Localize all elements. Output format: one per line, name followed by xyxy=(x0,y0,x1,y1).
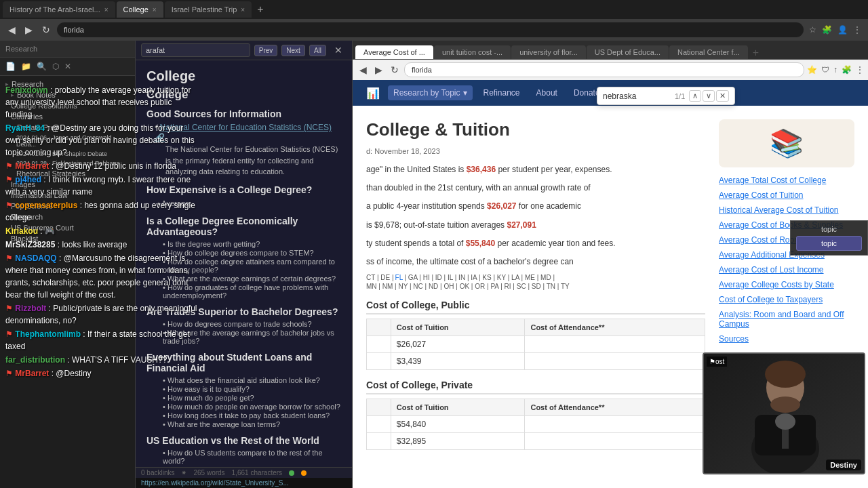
tree-debate-1[interactable]: 2024.01.06 - Jones and Greenwald Deba... xyxy=(0,133,135,149)
tabs-bar: History of The Arab-Israel... × College … xyxy=(0,0,868,19)
right-address-bar[interactable] xyxy=(404,62,804,77)
right-shield-icon[interactable]: 🛡 xyxy=(821,65,829,75)
section-title-4: Are Trades Superior to Bachelor Degrees? xyxy=(146,306,341,317)
tree-pop-science[interactable]: Pop Science xyxy=(0,201,135,211)
webcam-cost-label: ⚑ost xyxy=(707,357,727,367)
refinance-nav[interactable]: Refinance xyxy=(478,85,526,100)
search-close-button[interactable]: ✕ xyxy=(716,90,729,102)
tree-supreme-court[interactable]: US Supreme Court xyxy=(0,222,135,233)
tab-close[interactable]: × xyxy=(241,6,245,14)
svg-point-4 xyxy=(770,396,800,413)
right-reload-button[interactable]: ↻ xyxy=(388,63,401,77)
right-tab-3[interactable]: university of flor... xyxy=(511,45,586,59)
sidebar-link-8[interactable]: Average College Costs by State xyxy=(719,279,854,291)
right-ext-icon[interactable]: 🧩 xyxy=(842,65,852,75)
new-tab-button[interactable]: + xyxy=(253,3,267,16)
search-input[interactable] xyxy=(141,43,250,57)
tree-countries[interactable]: Countries xyxy=(0,111,135,122)
search-icon[interactable]: 🔍 xyxy=(35,60,48,73)
note-subtitle: College xyxy=(146,88,341,102)
tab-close[interactable]: × xyxy=(104,6,108,14)
section-title-5: Everything about Student Loans and Finan… xyxy=(146,352,341,373)
bookmark-icon[interactable]: ☆ xyxy=(808,24,818,36)
reload-button[interactable]: ↻ xyxy=(39,23,53,37)
tree-intl-law[interactable]: International Law xyxy=(0,190,135,201)
col-header-1 xyxy=(367,319,391,336)
left-panel-header: Research xyxy=(0,41,135,58)
tab-label: History of The Arab-Israel... xyxy=(9,5,100,14)
tree-book-notes[interactable]: ▸Book Notes xyxy=(0,89,135,100)
close-search-button[interactable]: ✕ xyxy=(330,43,347,57)
extensions-icon[interactable]: 🧩 xyxy=(821,24,833,36)
all-button[interactable]: All xyxy=(309,45,326,56)
sidebar-link-9[interactable]: Cost of College to Taxpayers xyxy=(719,293,854,306)
nces-link[interactable]: National Center for Education Statistics… xyxy=(155,123,332,142)
tree-debate-3[interactable]: 2024.01.28 - Finklestein and Rabbans xyxy=(0,159,135,168)
note-title: College xyxy=(146,68,341,84)
search-prev-button[interactable]: ∧ xyxy=(689,90,701,102)
graph-icon[interactable]: ⬡ xyxy=(51,60,60,73)
right-bookmark-icon[interactable]: ⭐ xyxy=(807,65,817,75)
char-count: 1,661 characters xyxy=(232,469,283,476)
prev-button[interactable]: Prev xyxy=(254,45,278,56)
sidebar-link-sources[interactable]: Sources xyxy=(719,333,854,345)
public-table-section: Cost of College, Public Cost of Tuition … xyxy=(366,300,705,370)
note-avg: • Average: xyxy=(157,198,341,209)
search-popup-input[interactable] xyxy=(603,92,671,101)
tab-college[interactable]: College × xyxy=(117,1,163,18)
web-updated: d: November 18, 2023 xyxy=(366,147,705,155)
right-tab-1[interactable]: Average Cost of ... xyxy=(355,45,433,59)
panel-title: Research xyxy=(5,45,37,53)
new-folder-icon[interactable]: 📁 xyxy=(20,60,33,73)
close-panel-icon[interactable]: ✕ xyxy=(63,60,73,73)
right-tab-4[interactable]: US Dept of Educa... xyxy=(587,45,669,59)
priv-attendance-1 xyxy=(525,416,705,433)
sub-3-2: • How do college degrees compare to STEM… xyxy=(163,249,341,257)
public-cost-table: Cost of Tuition Cost of Attendance** $26… xyxy=(366,319,705,370)
right-new-tab[interactable]: + xyxy=(749,47,763,59)
tree-images[interactable]: Images xyxy=(0,179,135,190)
note-section-2: How Expensive is a College Degree? • Ave… xyxy=(146,184,341,209)
new-file-icon[interactable]: 📄 xyxy=(4,60,17,73)
tab-israel[interactable]: Israel Palestine Trip × xyxy=(165,1,252,18)
sidebar-link-10[interactable]: Analysis: Room and Board and Off Campus xyxy=(719,308,854,330)
tab-close[interactable]: × xyxy=(153,6,157,14)
right-tab-2[interactable]: unit tuition cost -... xyxy=(434,45,511,59)
right-tab-5[interactable]: National Center f... xyxy=(669,45,748,59)
topic-button[interactable]: topic xyxy=(796,236,862,251)
tree-rhetorical[interactable]: Rhetorical Strategies xyxy=(0,168,135,179)
public-row-2: $3,439 xyxy=(367,353,705,370)
webcam-streamer-label: Destiny xyxy=(826,460,861,470)
right-share-icon[interactable]: ↑ xyxy=(833,65,837,75)
right-more-icon[interactable]: ⋮ xyxy=(856,65,864,75)
forward-button[interactable]: ▶ xyxy=(22,23,35,37)
sub-3-4: • What are the average earnings of certa… xyxy=(163,274,341,283)
tree-debate-2[interactable]: 2024.01.24 - Ben Shapiro Debate xyxy=(0,149,135,159)
sidebar-link-1[interactable]: Average Total Cost of College xyxy=(719,174,854,186)
col-header-tuition: Cost of Tuition xyxy=(391,319,525,336)
research-by-topic-btn[interactable]: Research by Topic ▾ xyxy=(388,85,473,100)
tree-debate-prep[interactable]: ▾Debate Prep xyxy=(0,122,135,133)
tree-college-res[interactable]: College Resolutions xyxy=(0,100,135,111)
about-nav[interactable]: About xyxy=(531,85,563,100)
svg-point-8 xyxy=(775,413,795,430)
profile-icon[interactable]: 👤 xyxy=(836,24,849,36)
sidebar-link-7[interactable]: Average Cost of Lost Income xyxy=(719,264,854,276)
state-fl[interactable]: FL xyxy=(395,274,403,281)
settings-icon[interactable]: ⋮ xyxy=(852,24,863,36)
next-button[interactable]: Next xyxy=(281,45,305,56)
back-button[interactable]: ◀ xyxy=(5,23,18,37)
tab-history[interactable]: History of The Arab-Israel... × xyxy=(3,1,115,18)
middle-toolbar: Prev Next All ✕ xyxy=(136,41,352,60)
sidebar-link-3[interactable]: Historical Average Cost of Tuition xyxy=(719,204,854,216)
tree-research2[interactable]: Research xyxy=(0,211,135,222)
right-forward-button[interactable]: ▶ xyxy=(372,63,385,77)
tree-blacklist[interactable]: Blacklist xyxy=(0,233,135,244)
address-bar[interactable] xyxy=(57,22,804,37)
sidebar-link-2[interactable]: Average Cost of Tuition xyxy=(719,189,854,201)
sub-5-5: • How long does it take to pay back stud… xyxy=(163,411,341,420)
right-back-button[interactable]: ◀ xyxy=(357,63,370,77)
tree-research[interactable]: ▸Research xyxy=(0,79,135,89)
search-next-button[interactable]: ∨ xyxy=(703,90,715,102)
sub-5-1: • What does the financial aid situation … xyxy=(163,376,341,384)
